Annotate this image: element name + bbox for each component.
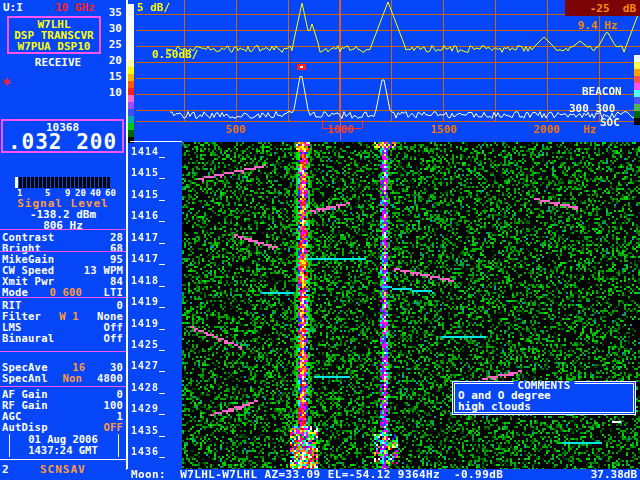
screensaver-label: SCNSAV — [40, 464, 86, 475]
waterfall-display — [182, 142, 640, 470]
palette-segment — [634, 69, 640, 76]
frequency-khz: .032 200 — [3, 132, 122, 152]
setting-label: Mode — [2, 287, 28, 298]
beacon-values: 300 300 — [569, 103, 615, 114]
settings-group-tx: MikeGain95CW Speed13 WPMXmit Pwr84Mode0 … — [2, 254, 123, 298]
waterfall-topline — [130, 141, 182, 142]
scale-per-div-upper: 5 dB/ — [137, 2, 170, 13]
setting-value: 4800 — [97, 373, 123, 384]
palette-segment — [634, 97, 640, 104]
setting-value: OFF — [103, 422, 123, 433]
palette-segment — [634, 83, 640, 90]
status-bar: Moon: W7LHL-W7LHL AZ=33.09 EL=-54.12 936… — [127, 469, 640, 480]
palette-segment — [634, 104, 640, 111]
waterfall-timestamp: 1419_ — [131, 318, 181, 339]
station-id-box: W7LHL DSP TRANSCVR W7PUA DSP10 — [7, 16, 101, 54]
palette-segment — [634, 76, 640, 83]
setting-label: SpecAnl — [2, 373, 48, 384]
waterfall-timestamp: 1436_ — [131, 446, 181, 467]
setting-row[interactable]: Mode0 600LTI — [2, 287, 123, 298]
waterfall-timestamp: 1427_ — [131, 360, 181, 381]
setting-mid-value: 0 600 — [49, 287, 82, 298]
soc-label: SOC — [600, 117, 620, 128]
comments-line-2: high clouds — [455, 402, 633, 413]
spectrum-display — [134, 0, 640, 142]
axis-tick-label: 500 — [226, 124, 246, 135]
settings-group-spectrum: SpecAve1630SpecAnlNon4800 — [2, 362, 123, 384]
scale-label: 30 — [96, 23, 122, 39]
waterfall-timestamp: 1428_ — [131, 382, 181, 403]
ref-level-box: -25 dB — [565, 0, 640, 16]
mode-indicator: RECEIVE — [0, 57, 116, 68]
setting-mid-value: W 1 — [59, 311, 79, 322]
palette-segment — [634, 62, 640, 69]
setting-label: Binaural — [2, 333, 54, 344]
waterfall-timestamp: 1419_ — [131, 296, 181, 317]
s-meter-segment — [15, 177, 18, 188]
spectrum-scale-labels: 353025201510 — [96, 7, 122, 103]
divider — [0, 351, 126, 352]
settings-group-rx: RIT0FilterW 1NoneLMSOffBinauralOff — [2, 300, 123, 344]
axis-tick-label: 1000 — [328, 124, 355, 135]
divider — [0, 386, 126, 387]
palette-segment — [634, 118, 640, 125]
scan-counter: 2 — [2, 464, 9, 475]
waterfall-timestamp: 1415_ — [131, 189, 181, 210]
scale-label: 35 — [96, 7, 122, 23]
ref-level-value: -25 dB — [590, 3, 636, 14]
time-display: 1437:24 GMT — [10, 445, 116, 456]
s-meter-bar — [15, 177, 111, 188]
setting-label: AutDisp — [2, 422, 48, 433]
axis-unit-label: Hz — [583, 124, 596, 135]
frequency-display[interactable]: 10368 .032 200 — [1, 119, 124, 153]
scale-label: 10 — [96, 87, 122, 103]
scale-label: 15 — [96, 71, 122, 87]
setting-value: Off — [103, 333, 123, 344]
waterfall-timestamp: 1417_ — [131, 253, 181, 274]
comments-title: COMMENTS — [514, 381, 575, 391]
waterfall-timestamp: 1418_ — [131, 275, 181, 296]
waterfall-timestamp: 1415_ — [131, 167, 181, 188]
alert-asterisk: * — [2, 80, 11, 91]
waterfall-timestamp: 1416_ — [131, 210, 181, 231]
setting-row[interactable]: AutDispOFF — [2, 422, 123, 433]
waterfall-timestamp: 1429_ — [131, 403, 181, 424]
beacon-label: BEACON — [582, 86, 622, 97]
text-cursor — [612, 421, 621, 423]
waterfall-timestamp: 1414_ — [131, 146, 181, 167]
scale-per-div-lower: 0.50dB/ — [152, 49, 198, 60]
waterfall-timestamp: 1435_ — [131, 425, 181, 446]
dsp10-transceiver-screen: U:I 10 GHz W7LHL DSP TRANSCVR W7PUA DSP1… — [0, 0, 640, 480]
setting-row[interactable]: BinauralOff — [2, 333, 123, 344]
divider — [0, 229, 126, 230]
axis-tick-label: 2000 — [534, 124, 561, 135]
scale-label: 25 — [96, 39, 122, 55]
intensity-palette-right — [634, 55, 640, 125]
waterfall-timestamp: 1425_ — [131, 339, 181, 360]
settings-group-audio: AF Gain0RF Gain100AGC1AutDispOFF — [2, 389, 123, 433]
divider — [0, 459, 127, 460]
setting-row[interactable]: SpecAnlNon4800 — [2, 373, 123, 384]
setting-value: LTI — [103, 287, 123, 298]
divider — [0, 251, 126, 252]
date-time-box: 01 Aug 2006 1437:24 GMT — [9, 434, 119, 457]
band-label: 10 GHz — [55, 2, 95, 13]
palette-segment — [634, 90, 640, 97]
moon-tracking-status: Moon: W7LHL-W7LHL AZ=33.09 EL=-54.12 936… — [131, 469, 503, 480]
resolution-value: 9.4 Hz — [578, 20, 618, 31]
vfo-indicator: U:I — [3, 2, 23, 13]
waterfall-timestamps: 1414_1415_1415_1416_1417_1417_1418_1419_… — [131, 146, 181, 468]
palette-segment — [634, 111, 640, 118]
axis-tick-label: 1500 — [431, 124, 458, 135]
waterfall-timestamp: 1417_ — [131, 232, 181, 253]
signal-ratio-value: 37.38dB — [591, 469, 637, 480]
divider — [0, 297, 126, 298]
palette-segment — [634, 55, 640, 62]
comments-box[interactable]: COMMENTS O and O degree high clouds — [452, 381, 636, 415]
station-rig: W7PUA DSP10 — [9, 41, 99, 52]
setting-mid-value: Non — [62, 373, 82, 384]
